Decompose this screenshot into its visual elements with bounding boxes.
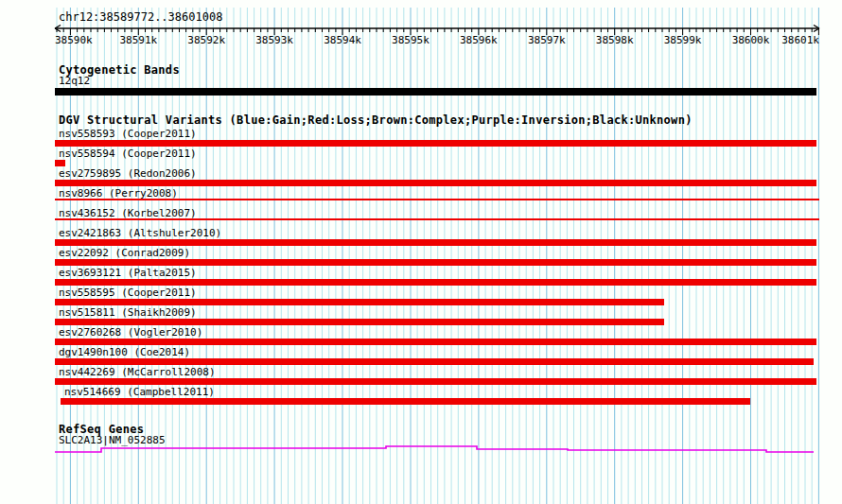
genome-browser-screen: chr12:38589772..38601008 38590k38591k385… — [0, 0, 842, 504]
gene-line[interactable] — [55, 446, 814, 452]
gene-structure-layer — [0, 0, 842, 504]
